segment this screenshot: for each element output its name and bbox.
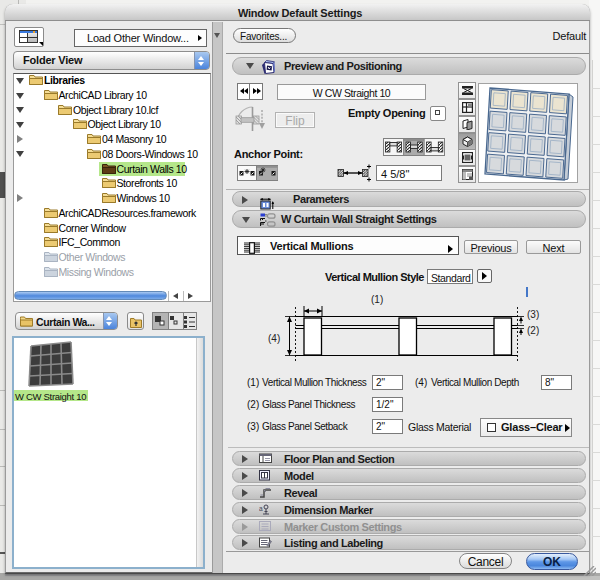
- svg-text:a: a: [259, 505, 263, 512]
- svg-text:(3): (3): [527, 309, 539, 320]
- svg-text:(4): (4): [268, 333, 280, 344]
- svg-text:(1): (1): [371, 294, 383, 305]
- svg-text:(2): (2): [527, 325, 539, 336]
